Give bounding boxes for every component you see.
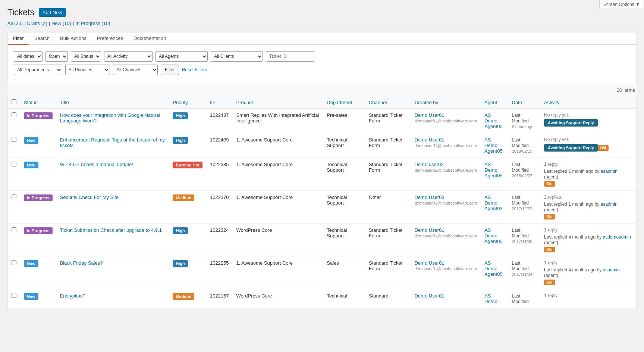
table-row: NewEncryption?Medium1022167WordPress Cor… <box>8 289 637 308</box>
filter-new-link[interactable]: New (10) <box>51 21 71 26</box>
agents-filter[interactable]: All Agents <box>155 51 208 62</box>
agent-sub-link[interactable]: Agent05 <box>484 271 502 277</box>
filter-inprogress-link[interactable]: In Progress (10) <box>75 21 110 26</box>
agent-sub-link[interactable]: Agent05 <box>484 239 502 244</box>
old-badge: Old <box>544 214 555 219</box>
agent-sub-link[interactable]: Agent05 <box>484 124 502 129</box>
created-by-link[interactable]: Demo User01 <box>414 260 444 266</box>
ticket-channel: Standard Ticket Form <box>365 133 411 158</box>
activity-pre: 2 replies. <box>544 194 632 200</box>
filter-button[interactable]: Filter <box>161 65 179 75</box>
created-by-link[interactable]: Demo user02 <box>414 162 443 167</box>
agent-sub-link[interactable]: Agent05 <box>484 173 502 178</box>
activity-pre: No reply yet. <box>544 137 632 142</box>
agent-link[interactable]: AS Demo <box>484 112 497 124</box>
date-filter[interactable]: All dates <box>14 51 43 62</box>
row-checkbox[interactable] <box>12 162 16 166</box>
col-channel: Channel <box>365 96 411 109</box>
reset-filters-link[interactable]: Reset Filters <box>182 67 207 72</box>
created-email: demouser01@ncubesoftware.com <box>414 234 477 238</box>
ticket-created-by: Demo User01 demouser01@ncubesoftware.com <box>411 224 481 256</box>
item-count: 20 items <box>7 84 637 96</box>
tab-preferences[interactable]: Preferences <box>92 32 128 45</box>
old-badge: Old <box>544 247 555 252</box>
row-checkbox[interactable] <box>12 227 16 232</box>
add-new-button[interactable]: Add New <box>39 8 66 17</box>
tab-search[interactable]: Search <box>29 32 55 45</box>
ticket-created-by: Demo User03 demouser03@ncubesoftware.com <box>411 191 481 224</box>
ticket-title-link[interactable]: Encryption? <box>60 293 86 299</box>
agent-sub-link[interactable]: Agent02 <box>484 206 502 211</box>
ticket-id: 1022167 <box>206 289 233 308</box>
created-email: demouser02@ncubesoftware.com <box>414 168 477 172</box>
agent-link[interactable]: AS Demo <box>484 227 497 239</box>
activity-who-link[interactable]: asadmin <box>603 267 619 272</box>
date-sub: 2017/11/24 <box>512 272 533 277</box>
old-badge: Old <box>544 181 555 187</box>
ticket-id: 1022370 <box>206 191 233 224</box>
ticket-channel: Standard Ticket Form <box>365 158 411 191</box>
ticket-department: Technical Support <box>323 133 365 158</box>
all-status-filter[interactable]: All Status <box>71 51 101 62</box>
row-checkbox[interactable] <box>12 137 16 142</box>
col-department: Department <box>323 96 365 109</box>
filter-all-link[interactable]: All (20) <box>7 21 23 26</box>
ticket-product: 1. Awesome Support Core <box>233 158 323 191</box>
created-by-link[interactable]: Demo User01 <box>414 112 444 118</box>
created-by-link[interactable]: Demo User03 <box>414 194 444 200</box>
ticket-title-link[interactable]: Enhancement Request: Tags at the bottom … <box>60 137 165 148</box>
ticket-product: 1. Awesome Support Core <box>233 191 323 224</box>
row-checkbox[interactable] <box>12 194 16 199</box>
activity-who-link[interactable]: asdemoadmin <box>603 234 631 240</box>
created-by-link[interactable]: Demo User01 <box>414 293 444 299</box>
agent-link[interactable]: AS Demo <box>484 260 497 271</box>
activity-who-link[interactable]: asadmin <box>600 169 617 174</box>
activity-detail: Last replied 4 months ago by asdemoadmin… <box>544 234 631 245</box>
activity-who-link[interactable]: asadmin <box>600 202 617 207</box>
ticket-agent: AS Demo Agent05 <box>481 133 508 158</box>
ticket-activity: 1 reply. <box>540 289 636 308</box>
ticket-title-link[interactable]: How does your integration with Google Na… <box>60 112 160 124</box>
open-status-filter[interactable]: Open <box>45 51 68 62</box>
ticket-created-by: Demo User01 demouser01@ncubesoftware.com <box>411 109 481 133</box>
ticket-title-link[interactable]: Security Check For My Site <box>60 194 119 200</box>
priorities-filter[interactable]: All Priorities <box>65 65 110 75</box>
tab-filter[interactable]: Filter <box>8 32 29 45</box>
agent-sub-link[interactable]: Agent05 <box>484 148 502 154</box>
created-email: demouser03@ncubesoftware.com <box>414 201 477 205</box>
ticket-title-link[interactable]: Black Friday Sales? <box>60 260 103 266</box>
agent-link[interactable]: AS Demo <box>484 293 497 304</box>
table-row: NewBlack Friday Sales?High10222551. Awes… <box>8 256 637 289</box>
row-checkbox[interactable] <box>12 112 16 117</box>
created-by-link[interactable]: Demo User01 <box>414 227 444 233</box>
channels-filter[interactable]: All Channels <box>113 65 158 75</box>
col-id: ID <box>206 96 233 109</box>
ticket-title-link[interactable]: Ticket Submission Check after upgrade to… <box>60 227 162 233</box>
clients-filter[interactable]: All Clients <box>211 51 263 62</box>
created-by-link[interactable]: Demo User01 <box>414 137 444 143</box>
activity-badge: Awaiting Support Reply <box>544 119 598 127</box>
table-row: In ProgressSecurity Check For My SiteMed… <box>8 191 637 224</box>
ticket-channel: Standard Ticket Form <box>365 109 411 133</box>
departments-filter[interactable]: All Departments <box>14 65 62 75</box>
row-checkbox[interactable] <box>12 260 16 265</box>
agent-link[interactable]: AS Demo <box>484 162 497 173</box>
ticket-title-link[interactable]: WP 4.9.4 needs a manual update! <box>60 162 133 167</box>
date-label: Last Modified <box>512 113 529 124</box>
row-checkbox[interactable] <box>12 293 16 298</box>
select-all-checkbox[interactable] <box>12 99 16 104</box>
agent-link[interactable]: AS Demo <box>484 137 497 148</box>
tab-bulk-actions[interactable]: Bulk Actions <box>55 32 92 45</box>
agent-link[interactable]: AS Demo <box>484 194 497 206</box>
status-badge: New <box>24 293 38 300</box>
ticket-activity: No reply yet.Awaiting Support Reply <box>540 109 636 133</box>
ticket-channel: Standard <box>365 289 411 308</box>
filter-drafts-link[interactable]: Drafts (2) <box>27 21 47 26</box>
ticket-id-input[interactable] <box>266 51 314 62</box>
screen-options-button[interactable]: Screen Options ▼ <box>599 0 644 9</box>
date-sub: 2018/02/07 <box>512 174 533 178</box>
ticket-product: 1. Awesome Support Core <box>233 133 323 158</box>
tab-documentation[interactable]: Documentation <box>128 32 171 45</box>
ticket-channel: Other <box>365 191 411 224</box>
activity-filter[interactable]: All Activity <box>104 51 153 62</box>
